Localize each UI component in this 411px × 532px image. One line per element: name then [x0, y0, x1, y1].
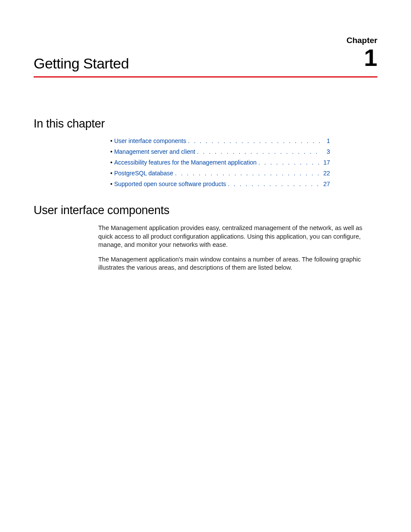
toc-page-number[interactable]: 22: [321, 170, 330, 177]
toc-page-number[interactable]: 3: [321, 148, 330, 155]
toc-link[interactable]: Management server and client: [114, 148, 195, 155]
toc-item: • User interface components 1: [110, 137, 330, 144]
bullet-icon: •: [110, 137, 112, 144]
toc-page-number[interactable]: 27: [321, 180, 330, 187]
toc-item: • PostgreSQL database 22: [110, 170, 330, 177]
toc-item: • Management server and client 3: [110, 148, 330, 155]
body-text-block: The Management application provides easy…: [98, 224, 377, 272]
section-heading-in-this-chapter: In this chapter: [34, 117, 377, 131]
bullet-icon: •: [110, 159, 112, 166]
paragraph: The Management application provides easy…: [98, 224, 377, 249]
toc-item: • Supported open source software product…: [110, 180, 330, 187]
bullet-icon: •: [110, 148, 112, 155]
toc-leader-dots: [226, 180, 321, 187]
toc-leader-dots: [186, 137, 321, 144]
chapter-label: Chapter: [346, 36, 377, 44]
toc-link[interactable]: PostgreSQL database: [114, 170, 173, 177]
toc-page-number[interactable]: 1: [321, 137, 330, 144]
chapter-number: 1: [364, 46, 377, 70]
bullet-icon: •: [110, 180, 112, 187]
page: Chapter 1 Getting Started In this chapte…: [0, 0, 411, 272]
paragraph: The Management application's main window…: [98, 255, 377, 272]
toc-leader-dots: [257, 159, 321, 166]
toc-link[interactable]: Accessibility features for the Managemen…: [114, 159, 257, 166]
bullet-icon: •: [110, 170, 112, 177]
chapter-header: Chapter 1 Getting Started: [34, 36, 377, 78]
toc-list: • User interface components 1 • Manageme…: [110, 137, 330, 187]
chapter-rule: [34, 76, 377, 78]
toc-leader-dots: [195, 148, 321, 155]
toc-leader-dots: [173, 170, 321, 177]
toc-page-number[interactable]: 17: [321, 159, 330, 166]
toc-item: • Accessibility features for the Managem…: [110, 159, 330, 166]
chapter-title: Getting Started: [34, 36, 377, 76]
toc-link[interactable]: User interface components: [114, 137, 186, 144]
section-heading-user-interface-components: User interface components: [34, 204, 377, 217]
toc-link[interactable]: Supported open source software products: [114, 180, 226, 187]
